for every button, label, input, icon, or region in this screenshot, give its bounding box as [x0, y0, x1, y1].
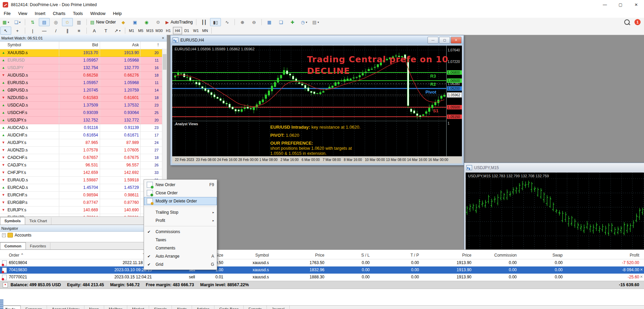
timeframe-h4[interactable]: H4 [173, 27, 182, 34]
eurusd-window-titlebar[interactable]: EURUSD,H4 — ▢ ✕ [171, 35, 464, 45]
menu-window[interactable]: Window [86, 10, 109, 18]
close-order-icon[interactable]: ✕ [640, 267, 643, 272]
market-watch-row-eurgbp.s[interactable]: ▼EURGBP.s0.877470.87760 [0, 199, 167, 207]
indicators-button[interactable]: ✚ [287, 18, 298, 26]
context-menu-comments[interactable]: Comments [144, 244, 217, 252]
timeframe-d1[interactable]: D1 [182, 27, 191, 34]
tick-chart-button[interactable]: ⇅ [27, 18, 38, 26]
signals-icon[interactable]: ◉ [141, 18, 152, 26]
terminal-tab-signals[interactable]: Signals [149, 306, 172, 309]
terminal-tab-market[interactable]: Market [127, 306, 149, 309]
trendline-tool[interactable]: / [50, 27, 61, 35]
eurusd-chart-area[interactable]: EURUSD,H4 1.05896 1.05989 1.05862 1.0596… [172, 46, 462, 163]
close-order-icon[interactable]: ✕ [640, 275, 643, 279]
terminal-column-tp[interactable]: T / P [410, 253, 419, 258]
tab-favorites[interactable]: Favorites [26, 243, 50, 250]
tree-expand-icon[interactable]: + [2, 233, 6, 237]
chart-close-button[interactable]: ✕ [451, 37, 462, 44]
terminal-tab-mailbox[interactable]: Mailbox [104, 306, 128, 309]
scrollbar-thumb[interactable] [163, 54, 166, 70]
chart-minimize-button[interactable]: — [428, 37, 438, 44]
menu-view[interactable]: View [14, 10, 31, 18]
context-menu-close-order[interactable]: Close Order [144, 189, 217, 197]
terminal-tab-journal[interactable]: Journal [267, 306, 290, 309]
candlestick-type-button[interactable]: ▮▯ [210, 18, 221, 26]
market-watch-row-audnzd.s[interactable]: ▼AUDNZD.s1.075781.0760527 [0, 147, 167, 154]
options-icon[interactable]: ⚙ [152, 18, 163, 26]
minimize-button[interactable]: — [597, 0, 613, 10]
timeframe-mn[interactable]: MN [200, 27, 210, 34]
context-menu-new-order[interactable]: New OrderF9 [144, 181, 217, 189]
vertical-line-tool[interactable]: | [27, 27, 38, 35]
timeframe-m5[interactable]: M5 [136, 27, 145, 34]
market-watch-row-cadjpy.s[interactable]: ▼CADJPY.s96.53196.55726 [0, 162, 167, 169]
terminal-tab-articles[interactable]: Articles [192, 306, 215, 309]
search-icon[interactable] [624, 19, 630, 25]
terminal-tab-exposure[interactable]: Exposure [21, 306, 47, 309]
terminal-column-symbol[interactable]: Symbol [255, 253, 269, 258]
market-watch-row-audjpy.s[interactable]: ▼AUDJPY.s87.96587.98924 [0, 139, 167, 147]
cascade-windows-button[interactable]: ❏ [275, 18, 286, 26]
context-menu-trailing-stop[interactable]: Trailing Stop▸ [144, 208, 217, 216]
crosshair-tool[interactable]: + [12, 27, 23, 35]
profiles-button[interactable]: ❏▾ [12, 18, 23, 26]
order-row-70419830[interactable]: 704198302023.03.10 09:26:15sell1.00xauus… [0, 266, 644, 274]
terminal-column-commission[interactable]: Commission [494, 253, 517, 258]
new-order-button[interactable]: ▤New Order [89, 18, 117, 26]
market-watch-row-usdjpy[interactable]: ▲USDJPY132.754132.77016 [0, 64, 167, 72]
market-watch-row-euraud.s[interactable]: ▼EURAUD.s1.598871.5991831 [0, 177, 167, 184]
context-menu-grid[interactable]: ✔GridG [144, 260, 217, 269]
terminal-column-profit[interactable]: Profit [630, 253, 639, 258]
tab-symbols[interactable]: Symbols [0, 217, 25, 225]
eurusd-price-axis[interactable]: 1.076401.072201.0638011.068001.065001.06… [446, 46, 462, 156]
timeframe-m1[interactable]: M1 [127, 27, 136, 34]
terminal-tab-experts[interactable]: Experts [244, 306, 267, 309]
terminal-icon[interactable]: ▣ [129, 18, 140, 26]
autotrading-button[interactable]: ▶AutoTrading [164, 18, 194, 26]
arrows-tool[interactable]: ↗▾ [112, 27, 123, 35]
order-row-70770021[interactable]: 707700212023.03.15 12:04:21sell0.01xauus… [0, 274, 644, 281]
tab-tick-chart[interactable]: Tick Chart [25, 217, 51, 225]
text-tool[interactable]: A [89, 27, 100, 35]
close-button[interactable]: ✕ [628, 0, 644, 10]
market-watch-toggle[interactable]: ▤ [39, 18, 50, 26]
periods-button[interactable]: ◷▾ [299, 18, 309, 26]
menu-insert[interactable]: Insert [31, 10, 49, 18]
terminal-column-price[interactable]: Price [462, 253, 471, 258]
market-watch-row-audusd.s[interactable]: ▼AUDUSD.s0.662580.6627618 [0, 72, 167, 79]
tab-common[interactable]: Common [0, 242, 26, 250]
maximize-button[interactable]: ▢ [613, 0, 628, 10]
market-watch-row-chfjpy.s[interactable]: ▼CHFJPY.s142.659142.69233 [0, 169, 167, 177]
menu-help[interactable]: Help [109, 10, 126, 18]
column-symbol[interactable]: Symbol [7, 43, 21, 47]
terminal-column-price[interactable]: Price [315, 253, 324, 258]
market-watch-row-audchf.s[interactable]: ▲AUDCHF.s0.616540.6167117 [0, 132, 167, 139]
market-watch-row-usdcad.s[interactable]: ▲USDCAD.s1.375091.3753223 [0, 102, 167, 109]
fibonacci-tool[interactable]: ≡ [74, 27, 84, 35]
zoom-in-button[interactable]: ⊕ [237, 18, 248, 26]
order-row-65019804[interactable]: 650198042022.11.18 10:3sell0.50xauusd.s1… [0, 259, 644, 266]
market-watch-row-cadchf.s[interactable]: ▼CADCHF.s0.676570.6767518 [0, 154, 167, 162]
market-watch-row-eurusd.s[interactable]: ▲EURUSD.s1.059571.0596811 [0, 79, 167, 87]
templates-button[interactable]: ▤▾ [310, 18, 321, 26]
column-ask[interactable]: Ask [132, 43, 139, 47]
context-menu-auto-arrange[interactable]: ✔Auto ArrangeA [144, 252, 217, 260]
resize-gripper[interactable] [0, 299, 3, 309]
terminal-column-sl[interactable]: S / L [361, 253, 370, 258]
market-watch-row-usdjpy.s[interactable]: ▲USDJPY.s132.752132.77220 [0, 117, 167, 124]
market-watch-row-eurcad.s[interactable]: ▲EURCAD.s1.457041.45729 [0, 184, 167, 192]
menu-tools[interactable]: Tools [69, 10, 86, 18]
market-watch-close-icon[interactable]: ✕ [161, 36, 165, 40]
strategy-tester-button[interactable]: ▥ [74, 18, 84, 26]
timeframe-h1[interactable]: H1 [164, 27, 173, 34]
terminal-tab-code-base[interactable]: Code Base [214, 306, 244, 309]
context-menu-taxes[interactable]: Taxes [144, 236, 217, 244]
context-menu-profit[interactable]: Profit▸ [144, 216, 217, 225]
market-watch-row-eurusd[interactable]: ▲EURUSD1.059571.0596811 [0, 57, 167, 64]
terminal-tab-account-history[interactable]: Account History [47, 306, 84, 309]
terminal-tab-alerts[interactable]: Alerts [172, 306, 192, 309]
line-chart-type-button[interactable]: ∿ [222, 18, 232, 26]
zoom-out-button[interactable]: ⊖ [248, 18, 259, 26]
terminal-tab-news[interactable]: News [84, 306, 104, 309]
market-watch-row-xauusd.s[interactable]: ▲XAUUSD.s1913.701913.9020 [0, 49, 167, 57]
